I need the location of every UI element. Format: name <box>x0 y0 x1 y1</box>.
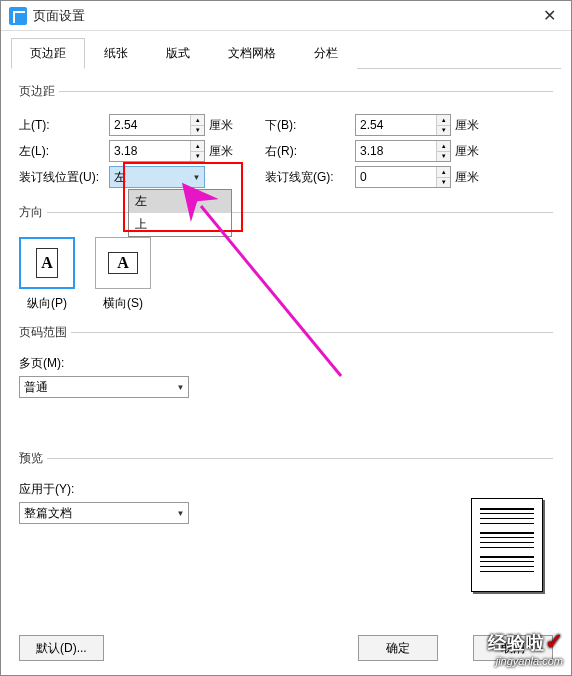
multipage-combo[interactable]: 普通 ▼ <box>19 376 189 398</box>
landscape-icon: A <box>108 252 138 274</box>
tab-paper[interactable]: 纸张 <box>85 38 147 69</box>
page-range-group: 页码范围 多页(M): 普通 ▼ <box>19 324 553 406</box>
app-icon <box>9 7 27 25</box>
gutter-pos-label: 装订线位置(U): <box>19 169 109 186</box>
portrait-label: 纵向(P) <box>19 295 75 312</box>
top-spin-up[interactable]: ▲ <box>191 115 204 126</box>
left-unit: 厘米 <box>209 143 239 160</box>
gutter-width-spin-down[interactable]: ▼ <box>437 178 450 188</box>
gutter-width-spin-up[interactable]: ▲ <box>437 167 450 178</box>
margins-group: 页边距 上(T): ▲▼ 厘米 下(B): ▲▼ 厘米 左(L): ▲▼ <box>19 83 553 196</box>
chevron-down-icon: ▼ <box>172 509 188 518</box>
portrait-icon: A <box>36 248 58 278</box>
bottom-input[interactable] <box>356 115 436 135</box>
gutter-pos-combo[interactable]: 左 ▼ <box>109 166 205 188</box>
right-unit: 厘米 <box>455 143 485 160</box>
tab-bar: 页边距 纸张 版式 文档网格 分栏 <box>11 37 561 69</box>
right-spinner[interactable]: ▲▼ <box>355 140 451 162</box>
left-label: 左(L): <box>19 143 69 160</box>
apply-to-label: 应用于(Y): <box>19 481 109 498</box>
gutter-width-spinner[interactable]: ▲▼ <box>355 166 451 188</box>
right-input[interactable] <box>356 141 436 161</box>
bottom-spin-up[interactable]: ▲ <box>437 115 450 126</box>
right-spin-down[interactable]: ▼ <box>437 152 450 162</box>
tab-columns[interactable]: 分栏 <box>295 38 357 69</box>
left-spin-up[interactable]: ▲ <box>191 141 204 152</box>
preview-group: 预览 应用于(Y): 整篇文档 ▼ <box>19 450 553 596</box>
gutter-width-label: 装订线宽(G): <box>265 169 355 186</box>
tab-margin[interactable]: 页边距 <box>11 38 85 69</box>
window-title: 页面设置 <box>33 7 527 25</box>
apply-to-combo[interactable]: 整篇文档 ▼ <box>19 502 189 524</box>
top-input[interactable] <box>110 115 190 135</box>
right-spin-up[interactable]: ▲ <box>437 141 450 152</box>
top-spin-down[interactable]: ▼ <box>191 126 204 136</box>
bottom-unit: 厘米 <box>455 117 485 134</box>
bottom-label: 下(B): <box>265 117 315 134</box>
default-button[interactable]: 默认(D)... <box>19 635 104 661</box>
page-range-legend: 页码范围 <box>19 324 71 341</box>
gutter-option-left[interactable]: 左 <box>129 190 231 213</box>
gutter-option-top[interactable]: 上 <box>129 213 231 236</box>
close-button[interactable]: ✕ <box>527 1 571 31</box>
top-unit: 厘米 <box>209 117 239 134</box>
cancel-button[interactable]: 取消 <box>473 635 553 661</box>
preview-page-icon <box>471 498 543 592</box>
gutter-pos-dropdown: 左 上 <box>128 189 232 237</box>
bottom-spin-down[interactable]: ▼ <box>437 126 450 136</box>
gutter-width-unit: 厘米 <box>455 169 485 186</box>
chevron-down-icon: ▼ <box>172 383 188 392</box>
orientation-portrait[interactable]: A 纵向(P) <box>19 237 75 312</box>
top-label: 上(T): <box>19 117 69 134</box>
margins-legend: 页边距 <box>19 83 59 100</box>
tab-layout[interactable]: 版式 <box>147 38 209 69</box>
left-spin-down[interactable]: ▼ <box>191 152 204 162</box>
chevron-down-icon: ▼ <box>188 173 204 182</box>
gutter-width-input[interactable] <box>356 167 436 187</box>
top-spinner[interactable]: ▲▼ <box>109 114 205 136</box>
bottom-spinner[interactable]: ▲▼ <box>355 114 451 136</box>
apply-to-value: 整篇文档 <box>20 505 172 522</box>
multipage-label: 多页(M): <box>19 355 109 372</box>
multipage-value: 普通 <box>20 379 172 396</box>
orientation-legend: 方向 <box>19 204 47 221</box>
right-label: 右(R): <box>265 143 315 160</box>
preview-legend: 预览 <box>19 450 47 467</box>
landscape-label: 横向(S) <box>95 295 151 312</box>
left-spinner[interactable]: ▲▼ <box>109 140 205 162</box>
left-input[interactable] <box>110 141 190 161</box>
tab-grid[interactable]: 文档网格 <box>209 38 295 69</box>
orientation-landscape[interactable]: A 横向(S) <box>95 237 151 312</box>
orientation-group: 方向 A 纵向(P) A 横向(S) <box>19 204 553 316</box>
gutter-pos-value: 左 <box>110 169 188 186</box>
ok-button[interactable]: 确定 <box>358 635 438 661</box>
